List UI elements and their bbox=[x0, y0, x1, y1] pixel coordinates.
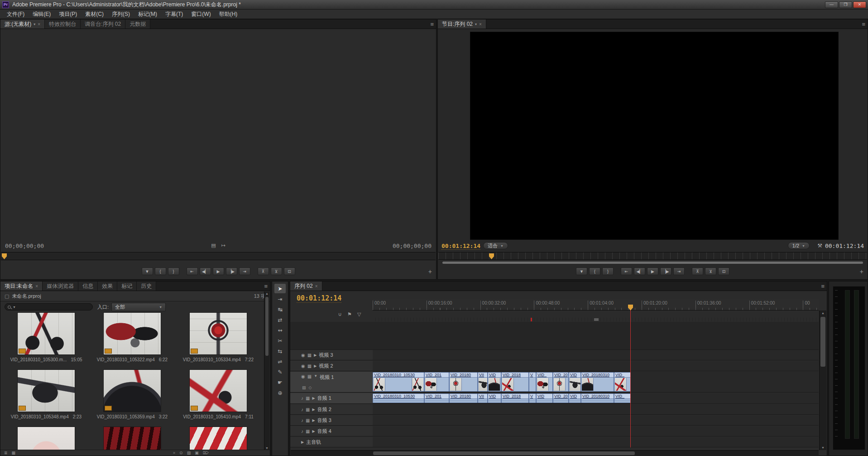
timeline-clip[interactable]: VII bbox=[478, 393, 488, 403]
track-expand-icon[interactable]: ▶ bbox=[301, 440, 304, 444]
menu-item[interactable]: 窗口(W) bbox=[187, 10, 215, 19]
timeline-clip[interactable]: VID bbox=[536, 393, 553, 403]
track-expand-icon[interactable]: ▶ bbox=[312, 396, 315, 400]
step-back-button[interactable]: ◀▏ bbox=[634, 267, 645, 275]
go-to-out-button[interactable]: ⇥ bbox=[239, 267, 250, 275]
track-lock-icon[interactable]: ▦ bbox=[307, 353, 312, 358]
track-lock-icon[interactable]: ▦ bbox=[307, 364, 312, 369]
source-timecode[interactable]: 00;00;00;00 bbox=[5, 243, 44, 249]
go-to-in-button[interactable]: ⇤ bbox=[187, 267, 198, 275]
selection-tool[interactable]: ➤ bbox=[274, 284, 286, 293]
play-button[interactable]: ▶ bbox=[213, 267, 224, 275]
scrollbar-thumb[interactable] bbox=[373, 451, 635, 455]
timeline-clip[interactable]: VID_ bbox=[614, 393, 631, 403]
minimize-button[interactable]: — bbox=[825, 1, 838, 8]
menu-item[interactable]: 素材(C) bbox=[81, 10, 108, 19]
timeline-clip[interactable]: VID_20180310_10530 bbox=[373, 393, 424, 403]
project-name[interactable]: 未命名.prproj bbox=[12, 293, 41, 300]
track-header[interactable]: ◉▦▼视频 1▧◇ bbox=[290, 372, 373, 393]
go-to-in-button[interactable]: ⇤ bbox=[621, 267, 632, 275]
project-scrollbar[interactable]: ▲ ▼ bbox=[264, 291, 269, 450]
icon-view-button[interactable]: ▦ bbox=[12, 451, 16, 455]
automate-to-sequence-button[interactable]: » bbox=[173, 451, 175, 455]
source-add-button[interactable]: + bbox=[428, 268, 432, 275]
razor-tool[interactable]: ✂ bbox=[274, 336, 286, 345]
program-video-display[interactable] bbox=[470, 32, 839, 240]
source-tab[interactable]: 调音台:序列 02 bbox=[81, 19, 125, 29]
timeline-clip[interactable]: VID_20 bbox=[553, 393, 569, 403]
project-item[interactable] bbox=[89, 427, 175, 450]
timeline-clip[interactable]: VID bbox=[569, 393, 581, 403]
project-tab[interactable]: 项目:未命名× bbox=[0, 281, 43, 291]
track-expand-icon[interactable]: ▼ bbox=[314, 374, 317, 378]
track-header[interactable]: ♪▦▶音频 3 bbox=[290, 415, 373, 426]
find-button[interactable]: ⊙ bbox=[179, 451, 183, 455]
track-header[interactable]: ♪▦▶音频 4 bbox=[290, 426, 373, 437]
zoom-level-dropdown[interactable]: 1/2 ▼ bbox=[788, 242, 810, 249]
timeline-clip[interactable]: V bbox=[529, 393, 536, 403]
track-lock-icon[interactable]: ▦ bbox=[306, 429, 310, 434]
project-tab[interactable]: 标记 bbox=[117, 281, 137, 291]
project-item[interactable]: VID_20180310_105334.mp47:22 bbox=[175, 312, 261, 368]
project-item[interactable] bbox=[175, 427, 261, 450]
project-tab[interactable]: 媒体浏览器 bbox=[43, 281, 78, 291]
track-expand-icon[interactable]: ▶ bbox=[314, 353, 317, 357]
project-item[interactable]: VID_20180310_105348.mp42:23 bbox=[3, 369, 89, 425]
timeline-horizontal-scrollbar[interactable] bbox=[291, 450, 819, 456]
track-lane[interactable] bbox=[373, 361, 819, 371]
timeline-clip[interactable]: VID_20 bbox=[553, 372, 569, 392]
project-panel-menu-icon[interactable]: ≡ bbox=[264, 283, 267, 290]
scroll-down-icon[interactable]: ▼ bbox=[820, 446, 826, 449]
search-input[interactable]: ▼ bbox=[5, 303, 93, 310]
new-bin-button[interactable]: ▧ bbox=[187, 451, 191, 455]
project-tab[interactable]: 效果 bbox=[98, 281, 117, 291]
track-lane[interactable] bbox=[373, 350, 819, 360]
timeline-clip[interactable]: VID bbox=[488, 393, 501, 403]
track-lane[interactable] bbox=[373, 415, 819, 426]
set-display-style-icon[interactable]: ▧ bbox=[302, 385, 306, 390]
program-zoom-bar[interactable] bbox=[442, 262, 863, 264]
track-speaker-icon[interactable]: ♪ bbox=[301, 429, 303, 434]
track-speaker-icon[interactable]: ♪ bbox=[301, 407, 303, 412]
timeline-clip[interactable]: VID_201 bbox=[424, 372, 449, 392]
source-playhead[interactable] bbox=[2, 253, 7, 259]
export-frame-button[interactable]: ⊡ bbox=[718, 267, 729, 275]
timeline-clip[interactable]: VID_ bbox=[536, 372, 553, 392]
timeline-clip[interactable]: VID_20180 bbox=[449, 372, 478, 392]
project-tab[interactable]: 历史 bbox=[137, 281, 156, 291]
timeline-clip[interactable]: VID_20180 bbox=[449, 393, 478, 403]
rate-stretch-tool[interactable]: ↭ bbox=[274, 325, 286, 335]
track-output-eye-icon[interactable]: ◉ bbox=[301, 364, 305, 369]
scroll-up-icon[interactable]: ▲ bbox=[264, 292, 269, 295]
pen-tool[interactable]: ✎ bbox=[274, 367, 286, 377]
menu-item[interactable]: 编辑(E) bbox=[29, 10, 55, 19]
track-lane[interactable]: VID_20180310_10530VID_201VID_20180VIIVID… bbox=[373, 372, 819, 393]
source-tab[interactable]: 特效控制台 bbox=[45, 19, 81, 29]
source-tab[interactable]: 元数据 bbox=[125, 19, 150, 29]
timeline-clip[interactable]: V bbox=[529, 372, 536, 392]
track-lane[interactable] bbox=[373, 404, 819, 415]
mark-out-button[interactable]: } bbox=[602, 267, 614, 275]
add-marker-button[interactable]: ▼ bbox=[576, 267, 587, 275]
project-item[interactable]: VID_20180310_105300.m...15:05 bbox=[3, 312, 89, 368]
source-tab[interactable]: 源:(无素材)▾× bbox=[0, 19, 45, 29]
project-item[interactable] bbox=[3, 427, 89, 450]
settings-wrench-icon[interactable]: ⚒ bbox=[817, 243, 822, 249]
export-frame-button[interactable]: ⊡ bbox=[284, 267, 295, 275]
track-lane[interactable] bbox=[373, 426, 819, 437]
track-speaker-icon[interactable]: ♪ bbox=[301, 418, 303, 423]
track-header[interactable]: ▶主音轨 bbox=[290, 437, 373, 447]
track-expand-icon[interactable]: ▶ bbox=[312, 407, 315, 412]
step-forward-button[interactable]: ▕▶ bbox=[226, 267, 237, 275]
fit-dropdown[interactable]: 适合 ▼ bbox=[483, 242, 508, 249]
go-to-out-button[interactable]: ⇥ bbox=[673, 267, 685, 275]
menu-item[interactable]: 字幕(T) bbox=[161, 10, 187, 19]
track-expand-icon[interactable]: ▶ bbox=[312, 429, 315, 433]
track-select-tool[interactable]: ⇥ bbox=[274, 294, 286, 304]
scrollbar-thumb[interactable] bbox=[820, 317, 825, 367]
track-header[interactable]: ♪▦▶音频 2 bbox=[290, 404, 373, 415]
timeline-clip[interactable]: VID_20180310_10530 bbox=[373, 372, 424, 392]
track-header[interactable]: ◉▦▶视频 3 bbox=[290, 350, 373, 360]
timeline-clip[interactable]: VID bbox=[488, 372, 501, 392]
zoom-tool[interactable]: ⊕ bbox=[274, 388, 286, 398]
